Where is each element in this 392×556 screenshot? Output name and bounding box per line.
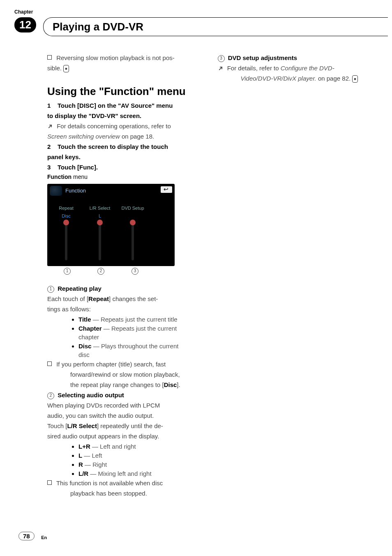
cross-ref-2: Screen switching overview on page 18. xyxy=(47,132,197,141)
list-item: L — Left xyxy=(78,451,197,460)
step-3: 3 Touch [Func]. xyxy=(47,163,197,171)
xref-title: Configure the DVD- xyxy=(281,65,334,72)
page-header: 12 Playing a DVD-VR xyxy=(14,17,392,40)
strong: Title xyxy=(78,316,91,323)
txt: Touch [ xyxy=(47,422,67,429)
caption-rest: menu xyxy=(71,174,88,180)
txt: ] changes the set- xyxy=(109,295,158,302)
callout-3: 3 xyxy=(131,267,140,275)
chapter-number-badge: 12 xyxy=(14,17,36,32)
strong: Repeat xyxy=(88,295,109,302)
list-item: L/R — Mixing left and right xyxy=(78,469,197,478)
txt: — Left and right xyxy=(90,443,136,450)
xref-page: on page 18. xyxy=(120,133,154,140)
txt: This function is not available when disc xyxy=(56,480,163,486)
item-2-e: sired audio output appears in the displa… xyxy=(47,432,197,440)
item-2-note: This function is not available when disc xyxy=(47,479,197,487)
xref-title: Video/DVD-VR/DivX player. xyxy=(241,75,316,82)
lr-select-label: L/R Select xyxy=(88,205,111,211)
item-1-note-c: the repeat play range changes to [Disc]. xyxy=(70,380,197,389)
left-column: Reversing slow motion playback is not po… xyxy=(47,53,197,507)
dvd-setup-label: DVD Setup xyxy=(121,205,144,211)
txt: chapter xyxy=(78,334,99,341)
screenshot-callouts: 1 2 3 xyxy=(47,267,175,277)
page-number: 78 xyxy=(18,532,35,540)
item-1-note: If you perform chapter (title) search, f… xyxy=(47,360,197,368)
return-icon xyxy=(161,186,172,193)
repeat-group: Repeat Disc xyxy=(55,205,78,260)
xref-title: Screen switching overview xyxy=(47,133,120,140)
circle-number-icon: 3 xyxy=(131,268,138,275)
xref-arrow-icon xyxy=(45,121,55,131)
list-item: L+R — Left and right xyxy=(78,442,197,451)
slider-icon xyxy=(131,221,134,260)
repeat-value: Disc xyxy=(55,213,78,219)
item-2-head: Selecting audio output xyxy=(58,392,124,398)
list-item: Title — Repeats just the current title xyxy=(78,315,197,324)
list-item: Disc — Plays throughout the currentdisc xyxy=(78,342,197,359)
txt: — Plays throughout the current xyxy=(92,343,179,350)
lr-select-group: L/R Select L xyxy=(88,205,111,260)
step-1b: to display the "DVD-VR" screen. xyxy=(47,111,197,120)
page-footer: 78 En xyxy=(18,532,47,540)
item-3: 3 DVD setup adjustments xyxy=(218,53,368,62)
txt: disc xyxy=(78,351,90,358)
item-2-b: audio, you can switch the audio output. xyxy=(47,411,197,420)
end-section-icon xyxy=(63,65,69,72)
txt: ] repeatedly until the de- xyxy=(97,422,163,429)
repeat-label: Repeat xyxy=(55,205,78,211)
dvd-setup-value xyxy=(121,213,144,219)
note-line-2: sible. xyxy=(47,64,197,72)
xref-page: on page 82. xyxy=(316,75,350,82)
txt: the repeat play range changes to [ xyxy=(70,381,164,388)
step-1: 1 Touch [DISC] on the "AV Source" menu xyxy=(47,101,197,110)
list-item: R — Right xyxy=(78,460,197,469)
square-bullet-icon xyxy=(47,361,52,366)
square-bullet-icon xyxy=(47,480,52,485)
item-1-desc: Each touch of [Repeat] changes the set- xyxy=(47,294,197,303)
xref-text: For details concerning operations, refer… xyxy=(57,123,171,130)
txt: — Left xyxy=(82,452,102,459)
lr-select-value: L xyxy=(88,213,111,219)
right-column: 3 DVD setup adjustments For details, ref… xyxy=(218,53,368,507)
txt: If you perform chapter (title) search, f… xyxy=(56,361,166,368)
item-1-desc2: tings as follows: xyxy=(47,305,197,313)
function-menu-caption: Function menu xyxy=(47,173,197,181)
strong: Disc xyxy=(78,343,92,350)
section-heading: Using the "Function" menu xyxy=(47,84,197,99)
step-number: 1 xyxy=(47,102,51,109)
dvd-setup-group: DVD Setup xyxy=(121,205,144,260)
step-number: 2 xyxy=(47,143,51,150)
note-line: Reversing slow motion playback is not po… xyxy=(47,53,197,62)
item-1-head: Repeating play xyxy=(58,285,101,292)
end-section-icon xyxy=(352,75,357,83)
item-2-note-b: playback has been stopped. xyxy=(70,489,197,498)
screenshot-title: Function xyxy=(65,187,86,195)
circle-number-icon: 1 xyxy=(64,268,71,275)
callout-2: 2 xyxy=(97,267,106,275)
item-2-a: When playing DVDs recorded with LPCM xyxy=(47,401,197,410)
chapter-label: Chapter xyxy=(14,9,33,15)
square-bullet-icon xyxy=(47,55,52,60)
page-title-wrap: Playing a DVD-VR xyxy=(43,17,388,36)
page-title: Playing a DVD-VR xyxy=(53,21,143,33)
page-language: En xyxy=(41,535,47,540)
txt: Each touch of [ xyxy=(47,295,88,302)
circle-number-icon: 2 xyxy=(47,392,54,399)
slider-icon xyxy=(99,221,101,260)
note-text: Reversing slow motion playback is not po… xyxy=(56,54,175,61)
item-1-list: Title — Repeats just the current title C… xyxy=(62,315,197,359)
circle-number-icon: 2 xyxy=(97,268,104,275)
note-text: sible. xyxy=(47,65,62,72)
circle-number-icon: 1 xyxy=(47,286,54,293)
txt: — Mixing left and right xyxy=(88,470,151,477)
caption-strong: Function xyxy=(47,174,71,180)
item-2-list: L+R — Left and right L — Left R — Right … xyxy=(62,442,197,478)
txt: ]. xyxy=(177,381,180,388)
strong: R xyxy=(78,461,83,468)
dvd-vr-icon xyxy=(50,186,62,196)
step-2: 2 Touch the screen to display the touch xyxy=(47,142,197,151)
strong: Chapter xyxy=(78,325,102,332)
strong: L xyxy=(78,452,82,459)
slider-icon xyxy=(65,221,67,260)
